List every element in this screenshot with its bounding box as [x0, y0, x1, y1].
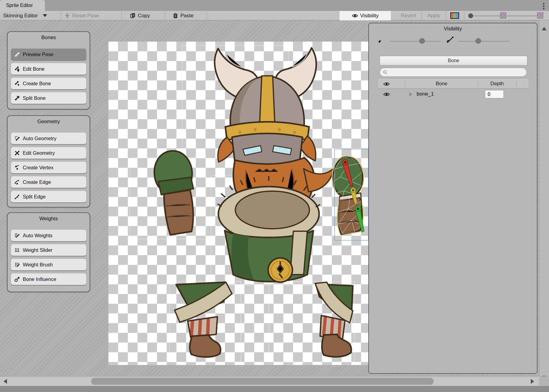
- bone-name: bone_1: [417, 91, 434, 97]
- bones-panel-title: Bones: [8, 35, 90, 41]
- eye-column-icon[interactable]: [383, 82, 390, 86]
- tool-button-label: Create Edge: [23, 179, 51, 185]
- mesh-opacity-slider-knob[interactable]: [476, 38, 481, 44]
- window-bottom-strip: [0, 386, 549, 392]
- bone-table-row[interactable]: bone_1: [378, 89, 528, 100]
- split-bone-icon: [14, 95, 20, 101]
- row-expander-icon[interactable]: [409, 92, 412, 96]
- weights-panel: Weights Auto Weights Weight Slider Weigh…: [7, 212, 90, 292]
- bone-opacity-slider-track[interactable]: [390, 41, 441, 42]
- tool-button-label: Auto Weights: [23, 233, 53, 238]
- column-depth[interactable]: Depth: [478, 81, 516, 86]
- copy-button[interactable]: Copy: [130, 11, 150, 20]
- sprite-mitten: [154, 151, 193, 235]
- vertical-scrollbar[interactable]: [539, 20, 549, 386]
- bone-influence-icon: [14, 276, 20, 282]
- search-input[interactable]: [387, 69, 516, 75]
- apply-label: Apply: [428, 13, 441, 19]
- auto-weights-icon: [14, 233, 20, 238]
- edit-geometry-button[interactable]: Edit Geometry: [11, 147, 86, 159]
- bones-panel: Bones Preview Pose Edit Bone Create Bone…: [7, 31, 90, 110]
- create-vertex-icon: [14, 165, 20, 171]
- column-separator: [516, 81, 517, 87]
- edit-geometry-icon: [14, 150, 20, 156]
- weights-panel-title: Weights: [8, 216, 90, 222]
- bone-category-button[interactable]: Bone: [380, 56, 527, 66]
- toolbar-separator: [446, 11, 446, 20]
- bone-category-label: Bone: [448, 58, 459, 63]
- tool-button-label: Weight Brush: [23, 262, 53, 268]
- scroll-left-icon[interactable]: [4, 379, 7, 384]
- tab-bar: Sprite Editor: [0, 0, 549, 11]
- mode-dropdown-label: Skinning Editor: [3, 13, 38, 19]
- tool-button-label: Edit Geometry: [23, 150, 55, 156]
- color-channels-swatch-button[interactable]: [450, 12, 459, 19]
- visibility-label: Visibility: [360, 13, 379, 19]
- apply-button[interactable]: Apply: [423, 11, 445, 20]
- tool-button-label: Split Edge: [23, 194, 46, 200]
- horizontal-scroll-thumb[interactable]: [91, 378, 434, 385]
- toolbar-separator: [61, 11, 61, 20]
- bone-opacity-slider-knob[interactable]: [419, 38, 425, 44]
- alpha-slider-knob[interactable]: [468, 13, 473, 18]
- reset-pose-label: Reset Pose: [72, 13, 99, 19]
- create-vertex-button[interactable]: Create Vertex: [11, 162, 86, 173]
- alpha-slider-track-2[interactable]: [507, 15, 537, 16]
- copy-label: Copy: [138, 13, 150, 19]
- sprite-arm-selected: [333, 149, 368, 240]
- preview-pose-button[interactable]: Preview Pose: [11, 49, 86, 60]
- visibility-panel-title: Visibility: [369, 26, 537, 32]
- weight-slider-button[interactable]: Weight Slider: [11, 244, 86, 256]
- create-bone-icon: [14, 81, 20, 86]
- visibility-toggle-button[interactable]: Visibility: [339, 11, 391, 20]
- toolbar-separator: [421, 11, 422, 20]
- mesh-opacity-icon: [446, 36, 454, 44]
- auto-geometry-icon: [14, 136, 20, 141]
- alpha-slider-track[interactable]: [472, 15, 501, 16]
- split-edge-icon: [14, 194, 20, 200]
- sprite-sheet-artwork: [108, 42, 368, 365]
- tab-sprite-editor[interactable]: Sprite Editor: [0, 0, 45, 11]
- weight-brush-icon: [14, 262, 20, 268]
- edit-bone-button[interactable]: Edit Bone: [11, 63, 86, 75]
- horizontal-scrollbar[interactable]: [0, 376, 539, 386]
- create-edge-button[interactable]: Create Edge: [11, 176, 86, 188]
- paste-button[interactable]: Paste: [172, 11, 193, 20]
- scroll-up-icon[interactable]: [542, 27, 547, 30]
- mode-dropdown[interactable]: Skinning Editor: [3, 11, 47, 20]
- scroll-right-icon[interactable]: [531, 379, 534, 384]
- tab-title: Sprite Editor: [6, 3, 33, 8]
- mesh-opacity-slider-track[interactable]: [458, 41, 510, 42]
- tool-button-label: Preview Pose: [23, 52, 53, 57]
- split-bone-button[interactable]: Split Bone: [11, 92, 86, 104]
- tool-button-label: Split Bone: [23, 95, 46, 101]
- preview-pose-icon: [14, 52, 20, 57]
- split-edge-button[interactable]: Split Edge: [11, 191, 86, 202]
- depth-input[interactable]: [485, 90, 504, 98]
- row-visibility-eye-icon[interactable]: [383, 92, 390, 97]
- create-edge-icon: [14, 179, 20, 185]
- weight-brush-button[interactable]: Weight Brush: [11, 259, 86, 270]
- bone-influence-button[interactable]: Bone Influence: [11, 273, 86, 285]
- window-menu-icon[interactable]: [543, 2, 545, 10]
- toolbar-separator: [464, 11, 464, 20]
- geometry-panel: Geometry Auto Geometry Edit Geometry Cre…: [7, 115, 90, 208]
- toolbar-separator: [206, 11, 207, 20]
- auto-weights-button[interactable]: Auto Weights: [11, 230, 86, 241]
- tool-button-label: Weight Slider: [23, 247, 53, 253]
- auto-geometry-button[interactable]: Auto Geometry: [11, 133, 86, 144]
- paste-label: Paste: [180, 13, 193, 19]
- revert-button[interactable]: Revert: [396, 11, 421, 20]
- toolbar-separator: [165, 11, 165, 20]
- reset-pose-button[interactable]: Reset Pose: [64, 11, 99, 20]
- tool-button-label: Create Bone: [23, 81, 51, 86]
- bone-search-box: [380, 68, 527, 77]
- search-icon: [383, 70, 387, 75]
- column-bone[interactable]: Bone: [405, 81, 478, 86]
- checker-swatch-icon: [537, 12, 543, 19]
- scrollbar-corner: [539, 376, 549, 386]
- sprite-leg-right: [315, 282, 353, 357]
- copy-icon: [130, 13, 136, 19]
- revert-label: Revert: [401, 13, 416, 19]
- create-bone-button[interactable]: Create Bone: [11, 78, 86, 89]
